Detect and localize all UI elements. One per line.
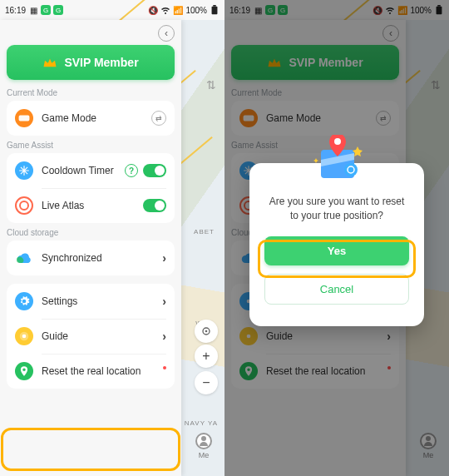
dialog-yes-button[interactable]: Yes	[264, 236, 409, 265]
snowflake-icon	[15, 161, 33, 180]
chevron-right-icon: ›	[162, 330, 166, 343]
notification-dot	[163, 366, 166, 369]
wifi-icon	[160, 5, 170, 15]
svip-label: SVIP Member	[64, 56, 138, 69]
map-me-button[interactable]: Me	[191, 433, 216, 459]
row-sync-label: Synchronized	[42, 252, 154, 264]
svg-point-10	[334, 138, 341, 145]
reset-dialog: Are you sure you want to reset to your t…	[249, 163, 424, 326]
svg-point-5	[22, 335, 27, 339]
svg-rect-0	[212, 7, 218, 14]
cloud-icon	[15, 249, 33, 267]
status-time: 16:19	[5, 6, 26, 15]
map-swap-icon[interactable]: ⇅	[206, 78, 216, 92]
row-cooldown: Cooldown Timer ?	[7, 153, 175, 188]
map-pin-illustration	[299, 135, 374, 185]
battery-icon	[210, 5, 220, 15]
row-game-mode[interactable]: Game Mode ⇄	[7, 101, 175, 136]
highlight-reset	[1, 428, 180, 471]
row-settings[interactable]: Settings ›	[7, 284, 175, 319]
row-settings-label: Settings	[42, 295, 154, 307]
svg-point-3	[205, 330, 208, 333]
row-live-atlas-label: Live Atlas	[42, 200, 135, 211]
phone-left: 16:19 ▦ G G 🔇 📶 100% ABET Willi BROOKL N…	[0, 0, 224, 476]
map-zoom-in[interactable]: +	[195, 345, 218, 368]
row-guide-label: Guide	[42, 330, 154, 342]
map-me-label: Me	[199, 451, 210, 459]
row-guide[interactable]: Guide ›	[7, 319, 175, 354]
atlas-icon	[15, 196, 33, 215]
help-icon[interactable]: ?	[125, 164, 138, 177]
atlas-toggle[interactable]	[143, 199, 166, 212]
crown-icon	[42, 57, 57, 68]
back-button[interactable]: ‹	[158, 25, 175, 42]
row-game-mode-label: Game Mode	[42, 112, 143, 124]
gear-icon	[15, 292, 33, 310]
section-game-assist: Game Assist	[7, 141, 175, 150]
map-label-1: ABET	[194, 228, 215, 236]
pin-icon	[15, 362, 33, 380]
status-battery-pct: 100%	[185, 6, 207, 15]
section-current-mode: Current Mode	[7, 88, 175, 97]
svip-member-button[interactable]: SVIP Member	[7, 45, 175, 80]
cooldown-toggle[interactable]	[143, 164, 166, 177]
side-panel: ‹ SVIP Member Current Mode Game Mode ⇄ G…	[0, 20, 181, 476]
mute-icon: 🔇	[148, 5, 158, 15]
section-cloud: Cloud storage	[7, 228, 175, 237]
user-icon	[195, 433, 212, 449]
status-bar: 16:19 ▦ G G 🔇 📶 100%	[0, 0, 224, 20]
dialog-cancel-button[interactable]: Cancel	[264, 274, 409, 305]
dialog-message: Are you sure you want to reset to your t…	[264, 195, 409, 223]
chevron-right-icon: ›	[162, 295, 166, 308]
svg-point-11	[344, 163, 358, 176]
row-live-atlas: Live Atlas	[7, 188, 175, 223]
guide-icon	[15, 327, 33, 345]
row-cooldown-label: Cooldown Timer	[42, 165, 116, 176]
map-zoom-out[interactable]: −	[195, 371, 218, 394]
status-app-badge-2: G	[53, 5, 63, 15]
row-reset-label: Reset the real location	[42, 365, 153, 377]
row-reset-location[interactable]: Reset the real location	[7, 354, 175, 389]
gamepad-icon	[15, 109, 33, 127]
row-synchronized[interactable]: Synchronized ›	[7, 240, 175, 275]
status-sq-icon: ▦	[28, 5, 38, 15]
svg-rect-1	[213, 5, 215, 7]
map-locate-button[interactable]	[195, 320, 218, 343]
status-app-badge-1: G	[41, 5, 51, 15]
phone-right: 16:19 ▦ G G 🔇 📶 100% ⇅ Me ‹	[224, 0, 449, 476]
swap-icon[interactable]: ⇄	[151, 111, 166, 126]
signal-icon: 📶	[173, 5, 183, 15]
chevron-right-icon: ›	[162, 251, 166, 265]
